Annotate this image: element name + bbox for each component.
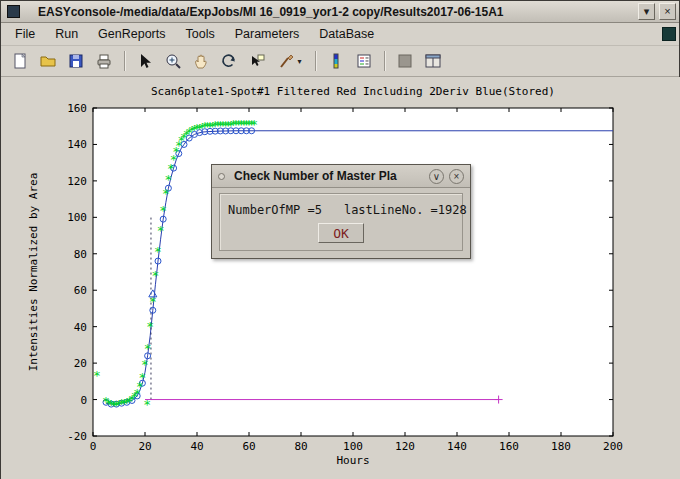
svg-text:200: 200 [603,440,623,453]
dialog-title: Check Number of Master Pla [234,169,424,183]
svg-text:-20: -20 [67,430,87,443]
chevron-down-icon: ∨ [433,171,440,182]
svg-text:140: 140 [67,138,87,151]
titlebar[interactable]: EASYconsole-/media/data/ExpJobs/MI 16_09… [1,1,679,23]
svg-text:*: * [250,117,258,132]
save-button[interactable] [63,48,89,74]
menu-database[interactable]: DataBase [309,24,384,44]
toolbar-separator [384,51,385,71]
new-document-icon [11,52,29,70]
window-title: EASYconsole-/media/data/ExpJobs/MI 16_09… [26,5,634,19]
rotate-3d-icon [220,52,238,70]
open-folder-icon [39,52,57,70]
menu-tools[interactable]: Tools [176,24,225,44]
app-window: EASYconsole-/media/data/ExpJobs/MI 16_09… [0,0,680,479]
insert-legend-icon [355,52,373,70]
svg-text:*: * [149,294,157,309]
rotate-button[interactable] [216,48,242,74]
app-icon [7,5,20,18]
svg-text:20: 20 [74,357,87,370]
svg-text:*: * [157,223,165,238]
svg-text:100: 100 [67,211,87,224]
svg-text:160: 160 [67,102,87,115]
svg-text:Scan6plate1-Spot#1 Filtered Re: Scan6plate1-Spot#1 Filtered Red Includin… [151,85,555,98]
dialog-frame: NumberOfMP =5lastLineNo. =1928 OK [219,193,463,251]
svg-text:Hours: Hours [336,454,369,467]
svg-text:40: 40 [190,440,203,453]
pan-button[interactable] [188,48,214,74]
pan-hand-icon [192,52,210,70]
svg-text:80: 80 [74,248,87,261]
svg-text:60: 60 [242,440,255,453]
svg-text:120: 120 [67,175,87,188]
toolbar-separator [315,51,316,71]
menu-grip [662,27,676,41]
dialog-titlebar[interactable]: Check Number of Master Pla ∨ × [212,165,470,188]
svg-text:20: 20 [138,440,151,453]
dialog-icon [218,173,225,180]
svg-text:100: 100 [343,440,363,453]
dialog-check-number: Check Number of Master Pla ∨ × NumberOfM… [211,164,471,259]
dialog-collapse-button[interactable]: ∨ [429,169,444,184]
chevron-down-icon: ▾ [297,57,301,66]
svg-text:Intensities Normalized by Area: Intensities Normalized by Area [27,173,40,372]
svg-text:*: * [146,319,154,334]
insert-colorbar-icon [327,52,345,70]
dialog-message: NumberOfMP =5lastLineNo. =1928 [228,203,454,217]
number-of-mp-value: NumberOfMP =5 [228,203,322,217]
svg-text:*: * [138,370,146,385]
last-line-no-value: lastLineNo. =1928 [344,203,467,217]
svg-text:40: 40 [74,321,87,334]
print-button[interactable] [91,48,117,74]
minimize-icon: ▾ [644,5,650,17]
insert-colorbar-button[interactable] [323,48,349,74]
svg-text:*: * [93,368,101,383]
close-icon: × [454,171,460,182]
plot-tools-hide-icon [396,52,414,70]
pointer-icon [136,52,154,70]
brush-icon [278,52,296,70]
svg-text:*: * [159,203,167,218]
data-cursor-button[interactable] [244,48,270,74]
insert-legend-button[interactable] [351,48,377,74]
close-icon: × [664,5,670,17]
zoom-in-icon [164,52,182,70]
svg-text:120: 120 [395,440,415,453]
new-button[interactable] [7,48,33,74]
svg-text:*: * [151,268,159,283]
brush-button[interactable]: ▾ [272,48,308,74]
svg-text:160: 160 [499,440,519,453]
plot-tools-show-button[interactable] [420,48,446,74]
plot-tools-hide-button[interactable] [392,48,418,74]
menu-parameters[interactable]: Parameters [225,24,310,44]
zoom-in-button[interactable] [160,48,186,74]
svg-text:*: * [144,341,152,356]
toolbar: ▾ [1,46,679,77]
minimize-button[interactable]: ▾ [638,3,655,20]
pointer-button[interactable] [132,48,158,74]
svg-text:0: 0 [80,394,87,407]
plot-tools-show-icon [424,52,442,70]
data-cursor-icon [248,52,266,70]
toolbar-separator [124,51,125,71]
chart[interactable]: Scan6plate1-Spot#1 Filtered Red Includin… [1,77,680,479]
close-button[interactable]: × [659,3,676,20]
menu-file[interactable]: File [5,24,45,44]
menu-run[interactable]: Run [45,24,88,44]
svg-text:*: * [154,244,162,259]
svg-text:*: * [143,397,151,412]
print-icon [95,52,113,70]
dialog-close-button[interactable]: × [449,169,464,184]
svg-text:0: 0 [90,440,97,453]
menu-genreports[interactable]: GenReports [88,24,175,44]
svg-text:180: 180 [551,440,571,453]
ok-button[interactable]: OK [318,223,364,243]
figure-area: Scan6plate1-Spot#1 Filtered Red Includin… [1,77,680,479]
svg-text:60: 60 [74,284,87,297]
save-icon [67,52,85,70]
dialog-body: NumberOfMP =5lastLineNo. =1928 OK [212,188,470,257]
svg-text:140: 140 [447,440,467,453]
svg-text:80: 80 [294,440,307,453]
open-button[interactable] [35,48,61,74]
svg-text:*: * [141,357,149,372]
